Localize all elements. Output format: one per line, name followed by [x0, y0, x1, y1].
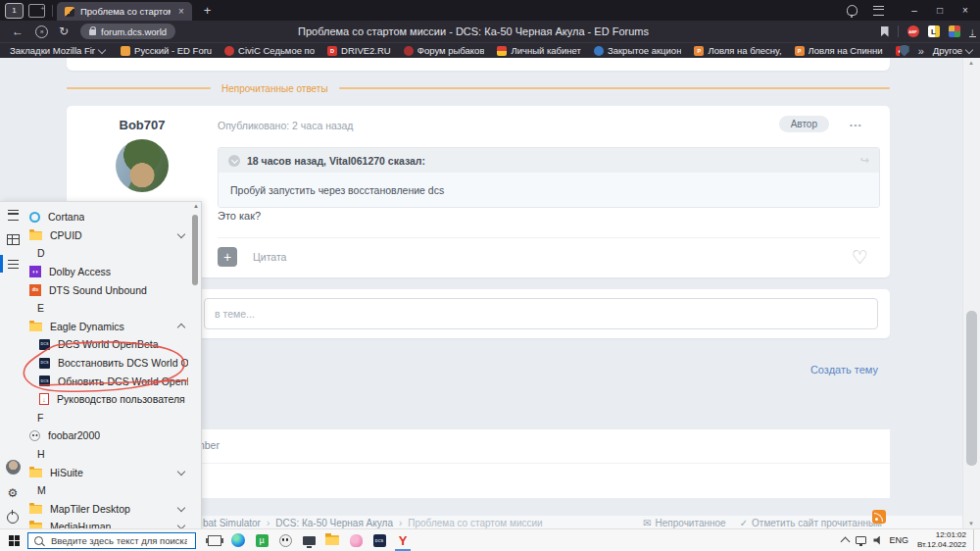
- quote-collapse-icon[interactable]: [228, 155, 240, 167]
- scrollbar-thumb[interactable]: [966, 311, 977, 466]
- start-menu-item[interactable]: DCSОбновить DCS World OpenBeta: [25, 372, 188, 390]
- bookmark-flag-icon[interactable]: [881, 26, 889, 37]
- new-tab-button[interactable]: +: [204, 3, 212, 18]
- extension-circle-icon[interactable]: я: [35, 25, 48, 38]
- taskbar-app-file-explorer[interactable]: [320, 529, 344, 551]
- bookmark-item[interactable]: Личный кабинет: [497, 45, 580, 56]
- start-menu-item[interactable]: foobar2000: [25, 426, 188, 445]
- start-all-apps-button[interactable]: [0, 253, 25, 275]
- start-menu-item[interactable]: Cortana: [25, 208, 188, 226]
- start-menu-section-letter[interactable]: D: [25, 244, 188, 263]
- close-button[interactable]: ×: [953, 5, 978, 16]
- post-body-text: Это как?: [218, 210, 261, 222]
- start-menu-item[interactable]: Eagle Dynamics: [25, 318, 188, 336]
- quote-header-text[interactable]: 18 часов назад, Vital061270 сказал:: [247, 155, 425, 167]
- page-scrollbar[interactable]: ▲ ▼: [962, 57, 980, 529]
- bookmark-label: Ловля на Спинни: [808, 45, 883, 56]
- reply-input[interactable]: [204, 298, 878, 329]
- like-heart-icon[interactable]: ♡: [852, 248, 868, 267]
- search-input[interactable]: [49, 534, 189, 547]
- post-options-icon[interactable]: •••: [850, 121, 862, 129]
- clock[interactable]: 12:01:02 Вт.12.04.2022: [915, 530, 966, 550]
- start-menu-item[interactable]: HiSuite: [25, 463, 188, 481]
- address-bar[interactable]: forum.dcs.world: [80, 24, 175, 39]
- folder-icon: [29, 469, 42, 477]
- scroll-up-icon[interactable]: ▲: [193, 203, 199, 209]
- volume-icon[interactable]: [873, 536, 882, 545]
- breadcrumb-current: Проблема со стартом миссии: [408, 518, 542, 528]
- bookmark-item[interactable]: РЛовля на Спинни: [795, 45, 883, 56]
- taskbar-app-edge[interactable]: [226, 529, 250, 551]
- shield-icon[interactable]: [900, 45, 909, 57]
- bookmark-item[interactable]: Форум рыбаков: [404, 45, 485, 56]
- taskbar-app-yandex-browser[interactable]: Y: [391, 529, 415, 551]
- taskbar-app-foobar2000[interactable]: [273, 529, 297, 551]
- multiquote-button[interactable]: +: [218, 247, 237, 267]
- start-menu-item[interactable]: DCSВосстановить DCS World OpenBeta: [25, 354, 188, 373]
- start-menu-scrollbar[interactable]: [192, 204, 198, 528]
- taskbar-app-utorrent[interactable]: µ: [250, 529, 273, 551]
- taskbar-search[interactable]: [27, 532, 196, 549]
- tray-chevron-icon[interactable]: [841, 537, 851, 547]
- browser-menu-icon[interactable]: [873, 6, 884, 16]
- extension-puzzle-icon[interactable]: [949, 25, 960, 37]
- reload-icon[interactable]: ↻: [59, 25, 69, 38]
- taskbar-app-task-view[interactable]: [203, 529, 226, 551]
- bookmark-item[interactable]: РЛовля на блесну,: [694, 45, 781, 56]
- language-indicator[interactable]: ENG: [889, 535, 908, 545]
- start-menu-section-letter[interactable]: H: [25, 445, 188, 464]
- l-extension-icon[interactable]: L: [928, 25, 940, 37]
- tab-manager-icon[interactable]: 1: [5, 3, 24, 19]
- start-menu-item[interactable]: MapTiler Desktop: [25, 500, 188, 519]
- bookmark-item[interactable]: Русский - ED Foru: [121, 45, 212, 56]
- show-desktop-button[interactable]: [973, 529, 978, 551]
- tab-title: Проблема со стартом: [80, 6, 171, 17]
- taskbar-app-pink-app[interactable]: [344, 529, 368, 551]
- bookmark-item[interactable]: Закрытое акцион: [594, 45, 681, 56]
- minimize-button[interactable]: –: [902, 5, 927, 16]
- taskbar-app-dcs-world[interactable]: DCS: [368, 529, 391, 551]
- start-expand-button[interactable]: [0, 204, 25, 225]
- quote-jump-icon[interactable]: ↪: [860, 154, 869, 167]
- maximize-button[interactable]: □: [927, 5, 953, 16]
- adblock-icon[interactable]: ABP: [907, 25, 919, 37]
- start-button[interactable]: [0, 529, 27, 551]
- bookmark-item[interactable]: CiviC Седьмое по: [224, 45, 315, 56]
- start-power-button[interactable]: [0, 507, 25, 528]
- unread-content-link[interactable]: ✉ Непрочитанное: [643, 518, 726, 528]
- network-icon[interactable]: [856, 536, 866, 544]
- start-menu-section-letter[interactable]: M: [25, 481, 188, 500]
- scroll-up-icon[interactable]: ▲: [968, 60, 974, 66]
- avatar[interactable]: [116, 139, 169, 192]
- start-menu-section-letter[interactable]: F: [25, 409, 188, 427]
- bookmarks-folder[interactable]: Закладки Mozilla Fir: [10, 45, 105, 56]
- post-author-name[interactable]: Bob707: [67, 118, 218, 132]
- active-tab[interactable]: Проблема со стартом ×: [57, 2, 192, 21]
- start-settings-button[interactable]: ⚙: [0, 482, 25, 504]
- bookmark-item[interactable]: DDRIVE2.RU: [327, 45, 391, 56]
- start-pinned-tiles-button[interactable]: [0, 228, 25, 250]
- bookmarks-overflow-icon[interactable]: »: [918, 45, 924, 57]
- bookmarks-other-button[interactable]: Другое: [933, 45, 972, 56]
- downloads-icon[interactable]: ↓: [969, 26, 977, 37]
- tab-group-icon[interactable]: [28, 4, 45, 18]
- scroll-down-icon[interactable]: ▼: [968, 521, 974, 526]
- notification-bell-icon[interactable]: [847, 5, 858, 16]
- rss-feed-icon[interactable]: [872, 510, 886, 524]
- start-menu-item[interactable]: ◖◗Dolby Access: [25, 263, 188, 281]
- start-menu-section-letter[interactable]: E: [25, 299, 188, 318]
- scrollbar-thumb[interactable]: [192, 215, 198, 285]
- start-menu-item[interactable]: CPUID: [25, 226, 188, 245]
- tab-close-icon[interactable]: ×: [178, 6, 184, 17]
- breadcrumb-link[interactable]: bat Simulator: [203, 518, 261, 528]
- start-menu-item[interactable]: ↓Руководство пользователя: [25, 390, 188, 409]
- breadcrumb-link[interactable]: DCS: Ка-50 Черная Акула: [275, 518, 393, 528]
- back-icon[interactable]: ←: [12, 25, 24, 38]
- taskbar-app-display[interactable]: [297, 529, 320, 551]
- start-menu-item-label: CPUID: [50, 229, 82, 241]
- start-menu-item[interactable]: DCSDCS World OpenBeta: [25, 335, 188, 354]
- quote-button[interactable]: Цитата: [253, 251, 286, 263]
- start-menu-item[interactable]: dtsDTS Sound Unbound: [25, 280, 188, 299]
- start-user-button[interactable]: [0, 456, 25, 477]
- mark-site-read-link[interactable]: ✓ Отметить сайт прочитанным: [740, 518, 882, 528]
